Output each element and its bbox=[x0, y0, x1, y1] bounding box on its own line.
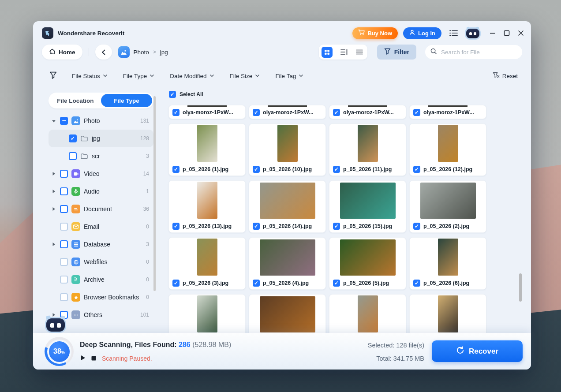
filter-dropdown-date-modified[interactable]: Date Modified bbox=[170, 73, 213, 79]
file-card[interactable]: olya-moroz-1PxW... bbox=[329, 105, 406, 119]
caret-right-icon[interactable] bbox=[51, 172, 56, 176]
tree-item-database[interactable]: Database3 bbox=[49, 235, 153, 253]
tree-checkbox[interactable] bbox=[60, 258, 68, 266]
back-button[interactable] bbox=[95, 45, 112, 60]
buy-now-button[interactable]: Buy Now bbox=[352, 27, 398, 39]
file-card[interactable]: p_05_2026 (6).jpg bbox=[409, 237, 486, 290]
file-card[interactable]: p_05_2026 (3).jpg bbox=[168, 237, 246, 290]
tree-item-browser-bookmarks[interactable]: Browser Bookmarks0 bbox=[49, 288, 153, 306]
file-checkbox[interactable] bbox=[413, 280, 420, 287]
reset-filters-button[interactable]: Reset bbox=[493, 72, 518, 80]
file-card[interactable]: p_05_2026 (11).jpg bbox=[329, 123, 406, 176]
file-checkbox[interactable] bbox=[253, 280, 260, 287]
content-scrollbar[interactable] bbox=[519, 273, 522, 302]
recover-button[interactable]: Recover bbox=[432, 340, 523, 362]
caret-right-icon[interactable] bbox=[51, 189, 56, 194]
tree-item-audio[interactable]: Audio1 bbox=[49, 183, 153, 200]
file-card[interactable]: p_05_2026 (2).jpg bbox=[409, 180, 486, 233]
tree-item-jpg[interactable]: jpg128 bbox=[49, 130, 153, 147]
filter-dropdown-file-type[interactable]: File Type bbox=[123, 73, 154, 79]
tree-item-document[interactable]: Document36 bbox=[49, 200, 153, 218]
stop-scan-button[interactable] bbox=[91, 355, 96, 362]
maximize-icon[interactable] bbox=[504, 30, 510, 36]
tree-item-archive[interactable]: Archive0 bbox=[49, 271, 153, 288]
file-card[interactable]: p_05_2026 (5).jpg bbox=[329, 237, 406, 290]
tree-checkbox[interactable] bbox=[69, 134, 77, 142]
file-checkbox[interactable] bbox=[413, 223, 420, 230]
robot-assistant-icon[interactable] bbox=[466, 27, 480, 39]
file-card[interactable]: olya-moroz-1PxW... bbox=[409, 105, 486, 119]
tree-checkbox[interactable] bbox=[60, 117, 68, 125]
login-button[interactable]: Log in bbox=[403, 27, 441, 39]
caret-down-icon[interactable] bbox=[51, 119, 56, 123]
file-checkbox[interactable] bbox=[172, 280, 180, 287]
caret-right-icon[interactable] bbox=[51, 242, 56, 246]
detail-view-icon[interactable] bbox=[337, 49, 352, 55]
tree-item-email[interactable]: Email0 bbox=[49, 218, 153, 235]
tree-item-scr[interactable]: scr3 bbox=[49, 147, 153, 165]
file-checkbox[interactable] bbox=[333, 280, 340, 287]
menu-list-icon[interactable] bbox=[449, 30, 458, 37]
tree-checkbox[interactable] bbox=[60, 223, 68, 231]
file-card[interactable] bbox=[409, 294, 486, 333]
file-checkbox[interactable] bbox=[172, 166, 180, 173]
file-checkbox[interactable] bbox=[333, 223, 340, 230]
file-checkbox[interactable] bbox=[253, 109, 260, 116]
file-checkbox[interactable] bbox=[333, 109, 340, 116]
tree-item-video[interactable]: Video14 bbox=[49, 165, 153, 183]
file-card[interactable]: p_05_2026 (4).jpg bbox=[249, 237, 326, 290]
file-name: p_05_2026 (3).jpg bbox=[183, 280, 228, 286]
file-card[interactable]: p_05_2026 (14).jpg bbox=[249, 180, 326, 233]
file-card[interactable]: p_05_2026 (1).jpg bbox=[168, 123, 246, 176]
tree-checkbox[interactable] bbox=[69, 152, 77, 160]
tree-checkbox[interactable] bbox=[60, 205, 68, 213]
file-card[interactable] bbox=[168, 294, 246, 333]
file-checkbox[interactable] bbox=[333, 166, 340, 173]
file-checkbox[interactable] bbox=[253, 223, 260, 230]
robot-assistant-icon[interactable] bbox=[45, 316, 66, 333]
tree-checkbox[interactable] bbox=[60, 240, 68, 248]
file-card[interactable]: olya-moroz-1PxW... bbox=[249, 105, 326, 119]
grid-view-icon[interactable] bbox=[322, 47, 337, 58]
filter-dropdown-file-size[interactable]: File Size bbox=[230, 73, 260, 79]
minimize-icon[interactable] bbox=[490, 30, 496, 36]
list-view-icon[interactable] bbox=[352, 49, 365, 55]
tree-checkbox[interactable] bbox=[60, 187, 68, 195]
tab-file-type[interactable]: File Type bbox=[101, 94, 152, 107]
tab-file-location[interactable]: File Location bbox=[50, 94, 101, 107]
close-icon[interactable] bbox=[518, 30, 524, 36]
file-checkbox[interactable] bbox=[172, 223, 180, 230]
tree-checkbox[interactable] bbox=[60, 170, 68, 178]
file-card[interactable]: p_05_2026 (15).jpg bbox=[329, 180, 406, 233]
tree-item-photo[interactable]: Photo131 bbox=[49, 112, 153, 130]
nav-bar: Home Photo > jpg Filter bbox=[42, 44, 522, 60]
file-checkbox[interactable] bbox=[253, 166, 260, 173]
photo-folder-icon bbox=[118, 46, 130, 58]
file-card[interactable] bbox=[249, 294, 326, 333]
file-card[interactable] bbox=[329, 294, 406, 333]
file-card[interactable]: olya-moroz-1PxW... bbox=[168, 105, 246, 119]
filter-dropdown-file-tag[interactable]: File Tag bbox=[275, 73, 303, 79]
filter-dropdown-file-status[interactable]: File Status bbox=[72, 73, 107, 79]
select-all[interactable]: Select All bbox=[169, 91, 203, 98]
file-card[interactable]: p_05_2026 (10).jpg bbox=[249, 123, 326, 176]
tree-checkbox[interactable] bbox=[60, 276, 68, 284]
search-box[interactable] bbox=[425, 45, 522, 59]
select-all-checkbox[interactable] bbox=[169, 91, 176, 98]
caret-right-icon[interactable] bbox=[51, 207, 56, 211]
tree-item-webfiles[interactable]: Webfiles0 bbox=[49, 253, 153, 271]
filter-button[interactable]: Filter bbox=[377, 45, 416, 60]
app-title: Wondershare Recoverit bbox=[58, 30, 124, 37]
search-input[interactable] bbox=[441, 49, 519, 56]
resume-scan-button[interactable] bbox=[81, 355, 86, 362]
home-button[interactable]: Home bbox=[42, 45, 82, 60]
breadcrumb-root[interactable]: Photo bbox=[134, 49, 149, 56]
tree-checkbox[interactable] bbox=[60, 293, 68, 301]
file-card[interactable]: p_05_2026 (12).jpg bbox=[409, 123, 486, 176]
file-checkbox[interactable] bbox=[413, 109, 420, 116]
sidebar-scrollbar[interactable] bbox=[153, 96, 156, 291]
file-checkbox[interactable] bbox=[413, 166, 420, 173]
file-checkbox[interactable] bbox=[172, 109, 180, 116]
file-card[interactable]: p_05_2026 (13).jpg bbox=[168, 180, 246, 233]
selected-files-text: Selected: 128 file(s) bbox=[368, 339, 424, 352]
